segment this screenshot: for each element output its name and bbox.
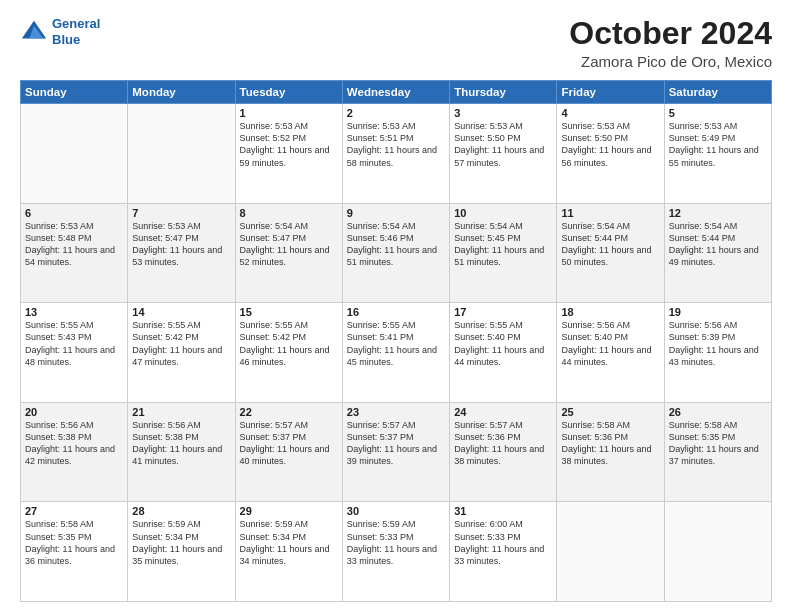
table-row: 24Sunrise: 5:57 AM Sunset: 5:36 PM Dayli… (450, 402, 557, 502)
table-row: 2Sunrise: 5:53 AM Sunset: 5:51 PM Daylig… (342, 104, 449, 204)
day-number: 21 (132, 406, 230, 418)
day-number: 18 (561, 306, 659, 318)
cell-info: Sunrise: 6:00 AM Sunset: 5:33 PM Dayligh… (454, 518, 552, 567)
day-number: 1 (240, 107, 338, 119)
day-number: 26 (669, 406, 767, 418)
table-row: 4Sunrise: 5:53 AM Sunset: 5:50 PM Daylig… (557, 104, 664, 204)
logo-line1: General (52, 16, 100, 31)
table-row: 16Sunrise: 5:55 AM Sunset: 5:41 PM Dayli… (342, 303, 449, 403)
calendar-week-row: 27Sunrise: 5:58 AM Sunset: 5:35 PM Dayli… (21, 502, 772, 602)
cell-info: Sunrise: 5:58 AM Sunset: 5:35 PM Dayligh… (669, 419, 767, 468)
cell-info: Sunrise: 5:53 AM Sunset: 5:51 PM Dayligh… (347, 120, 445, 169)
day-number: 5 (669, 107, 767, 119)
table-row: 15Sunrise: 5:55 AM Sunset: 5:42 PM Dayli… (235, 303, 342, 403)
cell-info: Sunrise: 5:55 AM Sunset: 5:43 PM Dayligh… (25, 319, 123, 368)
col-tuesday: Tuesday (235, 81, 342, 104)
calendar-header-row: Sunday Monday Tuesday Wednesday Thursday… (21, 81, 772, 104)
table-row (128, 104, 235, 204)
day-number: 27 (25, 505, 123, 517)
table-row: 18Sunrise: 5:56 AM Sunset: 5:40 PM Dayli… (557, 303, 664, 403)
table-row: 25Sunrise: 5:58 AM Sunset: 5:36 PM Dayli… (557, 402, 664, 502)
cell-info: Sunrise: 5:59 AM Sunset: 5:34 PM Dayligh… (132, 518, 230, 567)
day-number: 29 (240, 505, 338, 517)
day-number: 2 (347, 107, 445, 119)
subtitle: Zamora Pico de Oro, Mexico (569, 53, 772, 70)
table-row: 1Sunrise: 5:53 AM Sunset: 5:52 PM Daylig… (235, 104, 342, 204)
col-friday: Friday (557, 81, 664, 104)
cell-info: Sunrise: 5:54 AM Sunset: 5:47 PM Dayligh… (240, 220, 338, 269)
table-row: 27Sunrise: 5:58 AM Sunset: 5:35 PM Dayli… (21, 502, 128, 602)
table-row: 12Sunrise: 5:54 AM Sunset: 5:44 PM Dayli… (664, 203, 771, 303)
table-row: 26Sunrise: 5:58 AM Sunset: 5:35 PM Dayli… (664, 402, 771, 502)
cell-info: Sunrise: 5:57 AM Sunset: 5:36 PM Dayligh… (454, 419, 552, 468)
table-row: 8Sunrise: 5:54 AM Sunset: 5:47 PM Daylig… (235, 203, 342, 303)
day-number: 11 (561, 207, 659, 219)
day-number: 16 (347, 306, 445, 318)
day-number: 31 (454, 505, 552, 517)
cell-info: Sunrise: 5:53 AM Sunset: 5:49 PM Dayligh… (669, 120, 767, 169)
cell-info: Sunrise: 5:59 AM Sunset: 5:34 PM Dayligh… (240, 518, 338, 567)
col-saturday: Saturday (664, 81, 771, 104)
day-number: 13 (25, 306, 123, 318)
page: General Blue October 2024 Zamora Pico de… (0, 0, 792, 612)
table-row: 5Sunrise: 5:53 AM Sunset: 5:49 PM Daylig… (664, 104, 771, 204)
logo-text: General Blue (52, 16, 100, 47)
day-number: 14 (132, 306, 230, 318)
cell-info: Sunrise: 5:55 AM Sunset: 5:40 PM Dayligh… (454, 319, 552, 368)
table-row: 13Sunrise: 5:55 AM Sunset: 5:43 PM Dayli… (21, 303, 128, 403)
day-number: 7 (132, 207, 230, 219)
col-wednesday: Wednesday (342, 81, 449, 104)
cell-info: Sunrise: 5:54 AM Sunset: 5:44 PM Dayligh… (669, 220, 767, 269)
cell-info: Sunrise: 5:55 AM Sunset: 5:42 PM Dayligh… (132, 319, 230, 368)
logo-line2: Blue (52, 32, 80, 47)
col-thursday: Thursday (450, 81, 557, 104)
table-row: 11Sunrise: 5:54 AM Sunset: 5:44 PM Dayli… (557, 203, 664, 303)
cell-info: Sunrise: 5:53 AM Sunset: 5:48 PM Dayligh… (25, 220, 123, 269)
table-row: 19Sunrise: 5:56 AM Sunset: 5:39 PM Dayli… (664, 303, 771, 403)
table-row: 30Sunrise: 5:59 AM Sunset: 5:33 PM Dayli… (342, 502, 449, 602)
day-number: 9 (347, 207, 445, 219)
col-monday: Monday (128, 81, 235, 104)
calendar-week-row: 1Sunrise: 5:53 AM Sunset: 5:52 PM Daylig… (21, 104, 772, 204)
cell-info: Sunrise: 5:53 AM Sunset: 5:47 PM Dayligh… (132, 220, 230, 269)
table-row: 31Sunrise: 6:00 AM Sunset: 5:33 PM Dayli… (450, 502, 557, 602)
cell-info: Sunrise: 5:53 AM Sunset: 5:50 PM Dayligh… (561, 120, 659, 169)
title-block: October 2024 Zamora Pico de Oro, Mexico (569, 16, 772, 70)
day-number: 8 (240, 207, 338, 219)
day-number: 12 (669, 207, 767, 219)
day-number: 22 (240, 406, 338, 418)
main-title: October 2024 (569, 16, 772, 51)
day-number: 17 (454, 306, 552, 318)
day-number: 4 (561, 107, 659, 119)
cell-info: Sunrise: 5:56 AM Sunset: 5:38 PM Dayligh… (25, 419, 123, 468)
calendar-table: Sunday Monday Tuesday Wednesday Thursday… (20, 80, 772, 602)
table-row: 3Sunrise: 5:53 AM Sunset: 5:50 PM Daylig… (450, 104, 557, 204)
day-number: 3 (454, 107, 552, 119)
header: General Blue October 2024 Zamora Pico de… (20, 16, 772, 70)
table-row: 23Sunrise: 5:57 AM Sunset: 5:37 PM Dayli… (342, 402, 449, 502)
day-number: 19 (669, 306, 767, 318)
table-row (664, 502, 771, 602)
day-number: 10 (454, 207, 552, 219)
logo: General Blue (20, 16, 100, 47)
cell-info: Sunrise: 5:59 AM Sunset: 5:33 PM Dayligh… (347, 518, 445, 567)
cell-info: Sunrise: 5:57 AM Sunset: 5:37 PM Dayligh… (347, 419, 445, 468)
cell-info: Sunrise: 5:58 AM Sunset: 5:36 PM Dayligh… (561, 419, 659, 468)
day-number: 23 (347, 406, 445, 418)
table-row: 7Sunrise: 5:53 AM Sunset: 5:47 PM Daylig… (128, 203, 235, 303)
table-row: 28Sunrise: 5:59 AM Sunset: 5:34 PM Dayli… (128, 502, 235, 602)
day-number: 28 (132, 505, 230, 517)
cell-info: Sunrise: 5:54 AM Sunset: 5:44 PM Dayligh… (561, 220, 659, 269)
cell-info: Sunrise: 5:53 AM Sunset: 5:52 PM Dayligh… (240, 120, 338, 169)
table-row: 17Sunrise: 5:55 AM Sunset: 5:40 PM Dayli… (450, 303, 557, 403)
cell-info: Sunrise: 5:57 AM Sunset: 5:37 PM Dayligh… (240, 419, 338, 468)
table-row: 14Sunrise: 5:55 AM Sunset: 5:42 PM Dayli… (128, 303, 235, 403)
cell-info: Sunrise: 5:56 AM Sunset: 5:40 PM Dayligh… (561, 319, 659, 368)
cell-info: Sunrise: 5:55 AM Sunset: 5:42 PM Dayligh… (240, 319, 338, 368)
calendar-week-row: 6Sunrise: 5:53 AM Sunset: 5:48 PM Daylig… (21, 203, 772, 303)
day-number: 15 (240, 306, 338, 318)
table-row: 20Sunrise: 5:56 AM Sunset: 5:38 PM Dayli… (21, 402, 128, 502)
day-number: 25 (561, 406, 659, 418)
col-sunday: Sunday (21, 81, 128, 104)
table-row: 10Sunrise: 5:54 AM Sunset: 5:45 PM Dayli… (450, 203, 557, 303)
